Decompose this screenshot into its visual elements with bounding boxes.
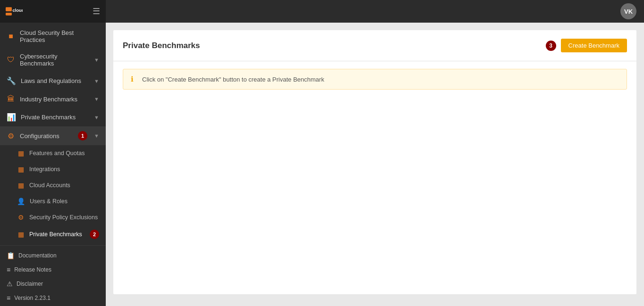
footer-release-notes[interactable]: ≡ Release Notes (0, 263, 106, 277)
sidebar-item-label: Private Benchmarks (21, 114, 76, 121)
footer-label: Documentation (18, 252, 57, 259)
sidebar-subitem-private-benchmarks[interactable]: ▦ Private Benchmarks 2 (0, 225, 106, 243)
configurations-icon: ⚙ (7, 132, 15, 141)
footer-documentation[interactable]: 📋 Documentation (0, 248, 106, 263)
features-icon: ▦ (17, 149, 25, 157)
cloud-accounts-icon: ▦ (17, 182, 25, 189)
sidebar-item-configurations[interactable]: ⚙ Configurations 1 ▼ (0, 126, 106, 145)
sidebar-header: cloudneeti ☰ (0, 0, 106, 23)
info-banner-text: Click on "Create Benchmark" button to cr… (142, 76, 324, 83)
footer-label: Release Notes (14, 266, 51, 273)
sidebar-nav: ■ Cloud Security Best Practices 🛡 Cybers… (0, 23, 106, 245)
private-sub-badge: 2 (90, 230, 99, 239)
sidebar-subitem-integrations[interactable]: ▦ Integrations (0, 161, 106, 177)
configurations-badge: 1 (78, 131, 87, 141)
sidebar-item-label: Industry Benchmarks (20, 96, 77, 103)
laws-icon: 🔧 (7, 76, 16, 85)
chevron-down-icon: ▼ (94, 133, 99, 139)
svg-rect-1 (6, 13, 12, 16)
chevron-icon: ▼ (94, 96, 99, 102)
release-notes-icon: ≡ (7, 266, 10, 273)
sidebar-footer: 📋 Documentation ≡ Release Notes ⚠ Discla… (0, 245, 106, 306)
sub-item-label: Security Policy Exclusions (29, 214, 98, 221)
page-header: Private Benchmarks 3 Create Benchmark (113, 30, 636, 61)
sidebar-item-cloud-security[interactable]: ■ Cloud Security Best Practices (0, 25, 106, 48)
industry-icon: 🏛 (7, 95, 15, 103)
sidebar-item-private-benchmarks[interactable]: 📊 Private Benchmarks ▼ (0, 108, 106, 126)
sidebar-item-label: Cloud Security Best Practices (20, 29, 99, 43)
info-icon: ℹ (131, 75, 138, 83)
sub-item-label: Features and Quotas (29, 150, 85, 157)
header-right: 3 Create Benchmark (546, 39, 627, 52)
sidebar-item-laws[interactable]: 🔧 Laws and Regulations ▼ (0, 72, 106, 90)
chevron-icon: ▼ (94, 78, 99, 84)
sidebar-subitem-users-roles[interactable]: 👤 Users & Roles (0, 193, 106, 209)
sub-item-label: Integrations (29, 166, 60, 173)
step-badge: 3 (546, 41, 556, 51)
documentation-icon: 📋 (7, 252, 15, 259)
content-area: Private Benchmarks 3 Create Benchmark ℹ … (106, 23, 644, 306)
create-benchmark-button[interactable]: Create Benchmark (561, 39, 627, 52)
sidebar-item-industry[interactable]: 🏛 Industry Benchmarks ▼ (0, 90, 106, 108)
footer-version: ≡ Version 2.23.1 (0, 291, 106, 305)
page-card: Private Benchmarks 3 Create Benchmark ℹ … (113, 30, 636, 294)
avatar[interactable]: VK (620, 3, 636, 19)
cloud-security-icon: ■ (7, 32, 15, 41)
page-title: Private Benchmarks (123, 41, 200, 50)
sub-item-label: Users & Roles (30, 198, 68, 205)
sub-item-label: Cloud Accounts (29, 182, 70, 189)
logo-icon: cloudneeti (6, 5, 23, 18)
sidebar: cloudneeti ☰ ■ Cloud Security Best Pract… (0, 0, 106, 306)
chevron-icon: ▼ (94, 115, 99, 120)
footer-label: Disclaimer (17, 281, 43, 287)
sub-item-label: Private Benchmarks (29, 231, 82, 238)
footer-disclaimer[interactable]: ⚠ Disclaimer (0, 277, 106, 291)
integrations-icon: ▦ (17, 165, 25, 173)
sidebar-item-label: Laws and Regulations (21, 77, 81, 84)
svg-text:cloudneeti: cloudneeti (12, 8, 23, 13)
sidebar-subitem-features-quotas[interactable]: ▦ Features and Quotas (0, 145, 106, 161)
sidebar-item-label: Configurations (20, 132, 59, 140)
version-icon: ≡ (7, 294, 10, 302)
disclaimer-icon: ⚠ (7, 280, 13, 288)
security-policy-icon: ⚙ (17, 214, 25, 221)
sidebar-item-cybersecurity[interactable]: 🛡 Cybersecurity Benchmarks ▼ (0, 48, 106, 72)
cybersecurity-icon: 🛡 (7, 56, 15, 64)
footer-label: Version 2.23.1 (14, 295, 51, 301)
users-roles-icon: 👤 (17, 198, 25, 205)
sidebar-item-label: Cybersecurity Benchmarks (20, 53, 89, 67)
private-benchmarks-icon: 📊 (7, 113, 16, 122)
hamburger-menu[interactable]: ☰ (93, 6, 100, 17)
logo-area: cloudneeti (6, 5, 23, 18)
chevron-icon: ▼ (94, 57, 99, 63)
main-content: VK Private Benchmarks 3 Create Benchmark… (106, 0, 644, 306)
svg-rect-0 (6, 7, 12, 11)
sidebar-subitem-cloud-accounts[interactable]: ▦ Cloud Accounts (0, 177, 106, 193)
info-banner: ℹ Click on "Create Benchmark" button to … (123, 69, 627, 90)
sidebar-subitem-security-policy[interactable]: ⚙ Security Policy Exclusions (0, 209, 106, 225)
private-sub-icon: ▦ (17, 231, 25, 238)
top-bar: VK (106, 0, 644, 23)
